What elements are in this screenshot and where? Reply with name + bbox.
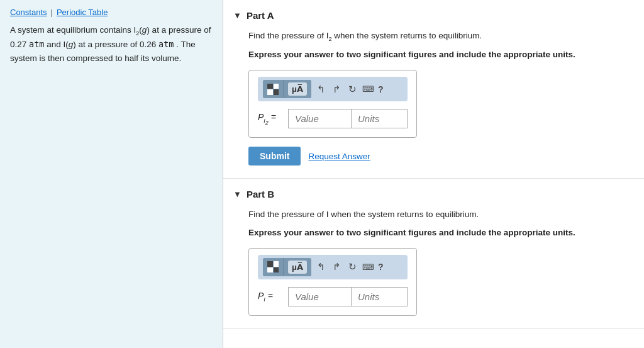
part-b-keyboard-btn[interactable]: ⌨	[362, 262, 374, 272]
part-a-request-answer-button[interactable]: Request Answer	[308, 152, 370, 161]
part-a-keyboard-btn[interactable]: ⌨	[362, 84, 374, 94]
part-a-submit-button[interactable]: Submit	[248, 147, 301, 166]
part-b-refresh-btn[interactable]: ↻	[347, 260, 358, 274]
part-b-answer-box: μA̅ ↰ ↱ ↻ ⌨ ? PI =	[248, 248, 417, 316]
part-a-instruction: Express your answer to two significant f…	[248, 48, 629, 61]
part-a-title: Part A	[247, 10, 274, 21]
part-b-section: ▼ Part B Find the pressure of I when the…	[223, 179, 644, 329]
part-a-refresh-btn[interactable]: ↻	[347, 82, 358, 96]
part-a-units-input[interactable]	[351, 109, 408, 128]
part-b-header: ▼ Part B	[233, 189, 629, 199]
part-b-undo-btn[interactable]: ↰	[315, 260, 327, 274]
sidebar-links: Constants | Periodic Table	[10, 8, 213, 17]
sidebar: Constants | Periodic Table A system at e…	[0, 0, 223, 348]
separator: |	[51, 8, 53, 17]
mu-label-b: μA̅	[288, 261, 307, 274]
part-a-collapse-arrow[interactable]: ▼	[233, 11, 242, 20]
mu-label-a: μA̅	[288, 82, 307, 96]
part-a-redo-btn[interactable]: ↱	[331, 82, 343, 96]
part-a-answer-box: μA̅ ↰ ↱ ↻ ⌨ ? PI2 =	[248, 70, 417, 138]
part-b-label: PI =	[258, 291, 283, 303]
part-a-format-group: μA̅	[263, 80, 311, 98]
part-a-input-row: PI2 =	[258, 109, 408, 128]
part-b-value-input[interactable]	[288, 287, 351, 306]
constants-link[interactable]: Constants	[10, 8, 47, 17]
part-b-units-input[interactable]	[351, 287, 408, 306]
part-b-toolbar: μA̅ ↰ ↱ ↻ ⌨ ?	[258, 255, 408, 279]
part-a-section: ▼ Part A Find the pressure of I2 when th…	[223, 0, 644, 179]
part-b-collapse-arrow[interactable]: ▼	[233, 189, 242, 199]
part-b-input-row: PI =	[258, 287, 408, 306]
part-b-mu-btn[interactable]: μA̅	[284, 258, 311, 276]
part-a-submit-row: Submit Request Answer	[248, 147, 629, 166]
part-b-help-btn[interactable]: ?	[378, 262, 384, 272]
part-a-help-btn[interactable]: ?	[378, 84, 384, 94]
grid-icon	[267, 84, 279, 95]
part-a-toolbar: μA̅ ↰ ↱ ↻ ⌨ ?	[258, 77, 408, 101]
part-a-grid-btn[interactable]	[263, 80, 284, 98]
main-content: ▼ Part A Find the pressure of I2 when th…	[223, 0, 644, 348]
periodic-table-link[interactable]: Periodic Table	[57, 8, 108, 17]
part-a-label: PI2 =	[258, 112, 283, 126]
part-a-undo-btn[interactable]: ↰	[315, 82, 327, 96]
part-b-question: Find the pressure of I when the system r…	[248, 208, 629, 221]
part-a-header: ▼ Part A	[233, 10, 629, 21]
part-a-mu-btn[interactable]: μA̅	[284, 80, 311, 98]
grid-icon-b	[267, 261, 279, 272]
part-b-format-group: μA̅	[263, 258, 311, 276]
problem-text: A system at equilibrium contains I2(g) a…	[10, 23, 213, 65]
part-b-grid-btn[interactable]	[263, 258, 284, 276]
part-b-redo-btn[interactable]: ↱	[331, 260, 343, 274]
part-b-title: Part B	[247, 189, 274, 199]
part-a-value-input[interactable]	[288, 109, 351, 128]
part-a-question: Find the pressure of I2 when the system …	[248, 30, 629, 43]
part-b-instruction: Express your answer to two significant f…	[248, 227, 629, 239]
